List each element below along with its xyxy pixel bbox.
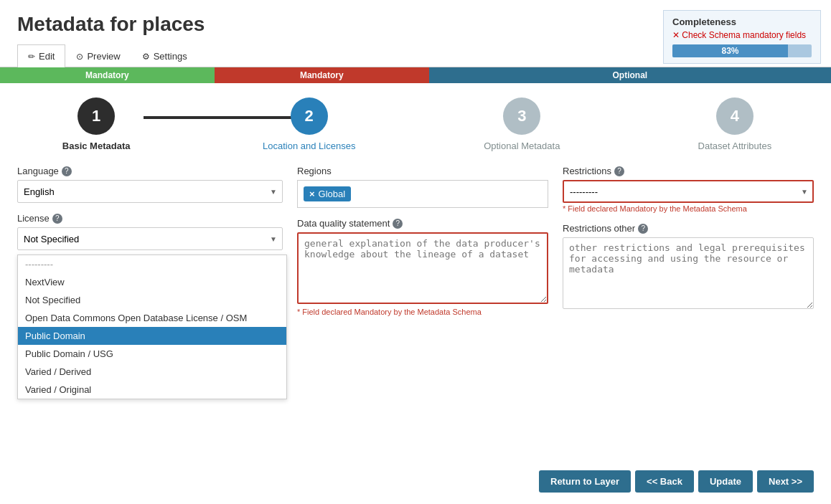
- license-label: License ?: [17, 213, 283, 224]
- tab-edit[interactable]: ✏ Edit: [17, 44, 65, 67]
- stepper: 1 Basic Metadata 2 Location and Licenses…: [0, 83, 831, 158]
- step-2: 2 Location and Licenses: [256, 98, 362, 151]
- step-4: 4 Dataset Attributes: [682, 98, 788, 151]
- next-button[interactable]: Next >>: [757, 470, 814, 493]
- restrictions-other-textarea[interactable]: [563, 237, 814, 309]
- step-2-circle: 2: [291, 98, 328, 135]
- language-select[interactable]: English French Spanish German: [17, 180, 283, 203]
- progress-optional: Optional: [429, 67, 831, 83]
- edit-icon: ✏: [28, 52, 35, 62]
- step-1: 1 Basic Metadata: [43, 98, 149, 151]
- data-quality-help-icon[interactable]: ?: [393, 219, 403, 229]
- return-to-layer-button[interactable]: Return to Layer: [539, 470, 631, 493]
- completeness-bar: 83%: [672, 44, 812, 57]
- restrictions-other-label: Restrictions other ?: [563, 223, 814, 234]
- restrictions-field-group: Restrictions ? --------- ▼ * Field decla…: [563, 166, 814, 213]
- tab-preview[interactable]: ⊙ Preview: [65, 44, 131, 67]
- license-select[interactable]: --------- NextView Not Specified Open Da…: [17, 227, 283, 250]
- step-4-label: Dataset Attributes: [698, 141, 772, 151]
- back-button[interactable]: << Back: [635, 470, 694, 493]
- data-quality-field-group: Data quality statement ? * Field declare…: [297, 218, 548, 316]
- dropdown-item-varied-original[interactable]: Varied / Original: [18, 381, 286, 399]
- step-1-label: Basic Metadata: [62, 141, 131, 151]
- license-field-group: License ? --------- NextView Not Specifi…: [17, 213, 283, 250]
- footer-buttons: Return to Layer << Back Update Next >>: [522, 459, 831, 504]
- progress-mandatory-1: Mandatory: [0, 67, 215, 83]
- step-3-label: Optional Metadata: [484, 141, 560, 151]
- regions-label: Regions: [297, 166, 548, 176]
- restrictions-other-field-group: Restrictions other ?: [563, 223, 814, 311]
- restrictions-mandatory-note: * Field declared Mandatory by the Metada…: [563, 204, 814, 213]
- data-quality-label: Data quality statement ?: [297, 218, 548, 229]
- language-select-wrapper: English French Spanish German ▼: [17, 180, 283, 203]
- region-global-tag[interactable]: × Global: [304, 186, 351, 201]
- col-right: Restrictions ? --------- ▼ * Field decla…: [563, 166, 814, 399]
- dropdown-item-opendata[interactable]: Open Data Commons Open Database License …: [18, 309, 286, 327]
- language-label: Language ?: [17, 166, 283, 176]
- dropdown-item-public-domain[interactable]: Public Domain: [18, 327, 286, 345]
- col-mid: Regions × Global Data quality statement …: [297, 166, 563, 399]
- step-1-circle: 1: [78, 98, 115, 135]
- step-3: 3 Optional Metadata: [469, 98, 575, 151]
- completeness-panel: Completeness Check Schema mandatory fiel…: [663, 10, 821, 64]
- tab-settings[interactable]: ⚙ Settings: [131, 44, 198, 67]
- dropdown-item-separator[interactable]: ---------: [18, 255, 286, 273]
- data-quality-mandatory-note: * Field declared Mandatory by the Metada…: [297, 308, 548, 316]
- restrictions-help-icon[interactable]: ?: [614, 166, 624, 176]
- language-help-icon[interactable]: ?: [62, 166, 72, 176]
- restrictions-select-wrapper: --------- ▼: [563, 180, 814, 203]
- completeness-title: Completeness: [672, 16, 812, 27]
- regions-field-group: Regions × Global: [297, 166, 548, 208]
- language-field-group: Language ? English French Spanish German…: [17, 166, 283, 203]
- form-area: Language ? English French Spanish German…: [0, 158, 831, 406]
- step-2-label: Location and Licenses: [263, 141, 355, 151]
- license-select-wrapper: --------- NextView Not Specified Open Da…: [17, 227, 283, 250]
- region-global-remove[interactable]: ×: [309, 189, 315, 199]
- progress-bar-row: Mandatory Mandatory Optional: [0, 67, 831, 83]
- completeness-fill: 83%: [672, 44, 788, 57]
- progress-mandatory-2: Mandatory: [215, 67, 429, 83]
- dropdown-item-public-domain-usg[interactable]: Public Domain / USG: [18, 345, 286, 363]
- step-3-circle: 3: [503, 98, 540, 135]
- data-quality-textarea[interactable]: [297, 232, 548, 304]
- settings-icon: ⚙: [142, 52, 150, 62]
- completeness-error: Check Schema mandatory fields: [672, 30, 812, 40]
- step-4-circle: 4: [716, 98, 753, 135]
- col-left: Language ? English French Spanish German…: [17, 166, 297, 399]
- restrictions-other-help-icon[interactable]: ?: [638, 224, 648, 234]
- license-help-icon[interactable]: ?: [52, 214, 62, 224]
- restrictions-select[interactable]: ---------: [563, 180, 814, 203]
- restrictions-label: Restrictions ?: [563, 166, 814, 176]
- dropdown-item-not-specified[interactable]: Not Specified: [18, 291, 286, 309]
- dropdown-item-varied-derived[interactable]: Varied / Derived: [18, 363, 286, 381]
- update-button[interactable]: Update: [698, 470, 753, 493]
- regions-box[interactable]: × Global: [297, 180, 548, 208]
- license-dropdown-list[interactable]: --------- NextView Not Specified Open Da…: [17, 255, 287, 399]
- dropdown-item-nextview[interactable]: NextView: [18, 273, 286, 291]
- preview-icon: ⊙: [76, 52, 83, 62]
